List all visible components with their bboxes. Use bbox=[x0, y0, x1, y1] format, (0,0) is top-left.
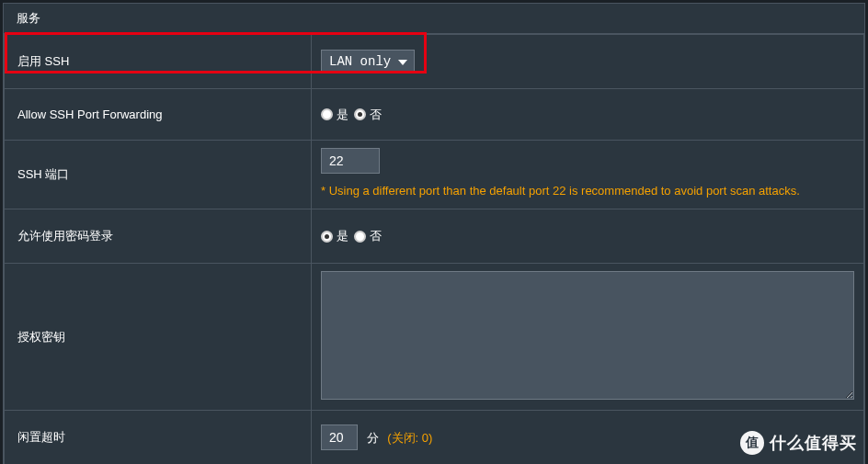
idle-timeout-label: 闲置超时 bbox=[5, 411, 312, 464]
ssh-port-hint: * Using a different port than the defaul… bbox=[321, 181, 854, 201]
enable-ssh-select[interactable]: LAN only bbox=[321, 50, 415, 74]
radio-icon bbox=[321, 231, 333, 243]
auth-key-label: 授权密钥 bbox=[5, 264, 312, 411]
auth-key-textarea[interactable] bbox=[321, 271, 854, 400]
enable-ssh-value-cell: LAN only bbox=[312, 35, 864, 89]
panel-title: 服务 bbox=[4, 4, 864, 34]
row-port-forwarding: Allow SSH Port Forwarding 是 否 bbox=[5, 89, 864, 141]
port-forwarding-yes[interactable]: 是 bbox=[321, 107, 348, 123]
ssh-port-label: SSH 端口 bbox=[5, 141, 312, 209]
port-forwarding-no[interactable]: 否 bbox=[354, 107, 382, 123]
row-ssh-port: SSH 端口 * Using a different port than the… bbox=[5, 141, 864, 209]
password-login-yes[interactable]: 是 bbox=[321, 228, 348, 244]
settings-table: 启用 SSH LAN only Allow SSH Port Forwardin… bbox=[4, 34, 864, 464]
port-forwarding-label: Allow SSH Port Forwarding bbox=[5, 89, 312, 141]
radio-icon bbox=[354, 231, 366, 243]
password-login-value-cell: 是 否 bbox=[312, 209, 864, 264]
watermark-badge-icon: 值 bbox=[740, 431, 764, 455]
row-password-login: 允许使用密码登录 是 否 bbox=[5, 209, 864, 264]
idle-timeout-closed-note: (关闭: 0) bbox=[387, 431, 432, 445]
radio-yes-label: 是 bbox=[337, 228, 348, 244]
port-forwarding-radio-group: 是 否 bbox=[321, 107, 854, 123]
radio-no-label: 否 bbox=[370, 228, 382, 244]
radio-icon bbox=[354, 108, 366, 120]
radio-no-label: 否 bbox=[370, 107, 382, 123]
watermark: 值 什么值得买 bbox=[740, 431, 857, 455]
password-login-radio-group: 是 否 bbox=[321, 228, 854, 244]
ssh-port-input[interactable] bbox=[321, 148, 380, 174]
row-auth-key: 授权密钥 bbox=[5, 264, 864, 411]
radio-yes-label: 是 bbox=[337, 107, 348, 123]
watermark-text: 什么值得买 bbox=[770, 432, 857, 454]
row-enable-ssh: 启用 SSH LAN only bbox=[5, 35, 864, 89]
auth-key-value-cell bbox=[312, 264, 864, 411]
ssh-port-value-cell: * Using a different port than the defaul… bbox=[312, 141, 864, 209]
idle-timeout-input[interactable] bbox=[321, 424, 358, 450]
password-login-no[interactable]: 否 bbox=[354, 228, 382, 244]
port-forwarding-value-cell: 是 否 bbox=[312, 89, 864, 141]
services-panel: 服务 启用 SSH LAN only Allow SSH Port Forwar… bbox=[3, 3, 865, 464]
radio-icon bbox=[321, 108, 333, 120]
enable-ssh-select-wrap: LAN only bbox=[321, 50, 415, 74]
idle-timeout-unit: 分 bbox=[367, 431, 379, 445]
row-idle-timeout: 闲置超时 分 (关闭: 0) bbox=[5, 411, 864, 464]
password-login-label: 允许使用密码登录 bbox=[5, 209, 312, 264]
enable-ssh-label: 启用 SSH bbox=[5, 35, 312, 89]
